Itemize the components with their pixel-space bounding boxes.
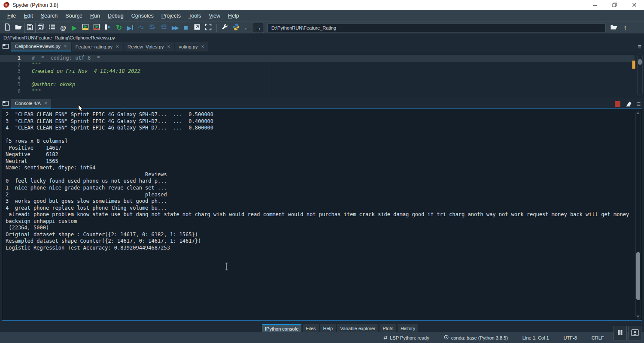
code-editor[interactable]: 1# -*- coding: utf-8 -*- 2""" 3Created o… (0, 51, 644, 98)
tab-label: Review_Votes.py (128, 44, 164, 49)
editor-tab-feature-rating[interactable]: Feature_rating.py× (72, 42, 123, 51)
interrupt-kernel-button[interactable] (615, 101, 620, 107)
close-button[interactable] (624, 0, 644, 10)
editor-scrollbar-thumb[interactable] (638, 59, 642, 65)
editor-line: 5@author: okokp (0, 81, 644, 88)
editor-line: 6""" (0, 88, 644, 95)
maximize-pane-button[interactable] (191, 23, 203, 33)
menu-file[interactable]: File (3, 13, 20, 19)
user-panel-button[interactable] (628, 326, 641, 340)
console-line: 3 "CLEAR CLEAN ESN" Sprint EPIC 4G Galax… (6, 118, 642, 125)
editor-tab-cellphonereviews[interactable]: CellphoneReviews.py× (11, 42, 71, 51)
new-file-icon (3, 23, 11, 32)
rerun-cell-button[interactable]: ↻ (113, 23, 125, 33)
console-tab[interactable]: Console 4/A× (11, 99, 51, 108)
step-into-button[interactable] (147, 23, 158, 33)
editor-line: 3Created on Fri Nov 4 11:44:18 2022 (0, 68, 644, 75)
stop-debug-button[interactable]: ■ (180, 23, 191, 33)
editor-line: 2""" (0, 62, 644, 69)
forward-arrow-icon: → (255, 24, 262, 31)
browse-tabs-button[interactable] (0, 42, 11, 51)
editor-tab-review-votes[interactable]: Review_Votes.py× (124, 42, 174, 51)
menu-search[interactable]: Search (37, 13, 62, 19)
console-line: Logistic Regression Test Accuracy: 0.839… (6, 245, 642, 252)
close-icon[interactable]: × (116, 44, 119, 49)
tab-help[interactable]: Help (320, 324, 336, 332)
fullscreen-icon (204, 23, 212, 32)
pythonpath-manager-button[interactable] (231, 23, 242, 33)
tab-files[interactable]: Files (303, 324, 319, 332)
close-icon[interactable]: × (64, 44, 67, 49)
tab-variable-explorer[interactable]: Variable explorer (337, 324, 378, 332)
console-scrollbar-thumb[interactable] (636, 252, 640, 300)
close-icon[interactable]: × (201, 44, 204, 49)
preferences-button[interactable] (219, 23, 231, 33)
menu-consoles[interactable]: Consoles (128, 13, 158, 19)
close-icon[interactable]: × (167, 44, 170, 49)
wrench-icon (221, 23, 229, 32)
console-line: 0 feel lucky found used phone us not use… (6, 178, 642, 185)
run-icon: ▶ (72, 24, 77, 31)
console-line: backsign unhappi custom (6, 218, 642, 225)
new-file-button[interactable] (2, 23, 13, 33)
open-file-button[interactable] (13, 23, 24, 33)
pause-button[interactable] (614, 326, 627, 340)
console-line: alreadi phone problem know state use but… (6, 211, 642, 218)
restore-button[interactable] (605, 0, 624, 10)
console-line: Original dataset shape : Counter({2: 146… (6, 232, 642, 238)
cursor-position-status: Line 1, Col 1 (522, 335, 549, 340)
menu-view[interactable]: View (205, 13, 224, 19)
save-all-button[interactable] (35, 23, 46, 33)
menu-edit[interactable]: Edit (20, 13, 37, 19)
debug-file-button[interactable]: ▶ (125, 23, 136, 33)
run-file-button[interactable]: ▶ (69, 23, 80, 33)
console-line: Positive 14617 (6, 145, 642, 152)
stop-icon: ■ (184, 24, 188, 31)
console-options-button[interactable]: ≡ (637, 100, 641, 108)
menubar: File Edit Search Source Run Debug Consol… (0, 10, 644, 21)
browse-console-tabs-button[interactable] (0, 99, 11, 108)
run-cell-button[interactable] (80, 23, 91, 33)
ipython-console-output[interactable]: 2 "CLEAR CLEAN ESN" Sprint EPIC 4G Galax… (2, 108, 642, 321)
file-switcher-button[interactable] (46, 23, 58, 33)
hamburger-icon: ≡ (638, 43, 641, 50)
rerun-icon: ↻ (116, 24, 122, 31)
clear-console-button[interactable] (625, 100, 632, 108)
step-return-button[interactable] (158, 23, 169, 33)
close-icon[interactable]: × (44, 101, 47, 106)
tab-plots[interactable]: Plots (380, 324, 396, 332)
scroll-up-arrow-icon[interactable] (636, 112, 640, 114)
menu-run[interactable]: Run (86, 13, 104, 19)
parent-directory-button[interactable]: ↑ (620, 23, 631, 33)
menu-source[interactable]: Source (61, 13, 86, 19)
fullscreen-button[interactable] (203, 23, 214, 33)
menu-help[interactable]: Help (224, 13, 243, 19)
menu-debug[interactable]: Debug (104, 13, 128, 19)
minimize-button[interactable] (585, 0, 605, 10)
console-line: Negative 6182 (6, 151, 642, 158)
console-line: 4 "CLEAR CLEAN ESN" Sprint EPIC 4G Galax… (6, 125, 642, 132)
save-button[interactable] (24, 23, 35, 33)
tab-label: Feature_rating.py (76, 44, 112, 49)
run-selection-icon (104, 23, 112, 32)
menu-projects[interactable]: Projects (158, 13, 185, 19)
working-directory-input[interactable] (267, 24, 606, 32)
scroll-down-arrow-icon[interactable] (636, 316, 640, 318)
main-toolbar: @ ▶ ↻ ▶ ▶▶ ■ ← → ↑ (0, 21, 644, 33)
navigate-forward-button[interactable]: → (253, 23, 264, 33)
browse-directory-button[interactable] (608, 23, 620, 33)
continue-button[interactable]: ▶▶ (169, 23, 180, 33)
symbol-finder-button[interactable]: @ (58, 23, 69, 33)
editor-options-button[interactable]: ≡ (638, 43, 641, 50)
editor-tab-voting[interactable]: voting.py× (175, 42, 208, 51)
run-selection-button[interactable] (102, 23, 113, 33)
step-over-button[interactable] (136, 23, 147, 33)
console-corner-buttons: ≡ (615, 100, 641, 108)
tab-history[interactable]: History (398, 324, 418, 332)
titlebar: Spyder (Python 3.8) (0, 0, 644, 10)
run-cell-advance-button[interactable] (91, 23, 102, 33)
tab-label: voting.py (179, 44, 197, 49)
menu-tools[interactable]: Tools (185, 13, 205, 19)
navigate-back-button[interactable]: ← (242, 23, 253, 33)
tab-ipython-console[interactable]: IPython console (262, 324, 301, 332)
